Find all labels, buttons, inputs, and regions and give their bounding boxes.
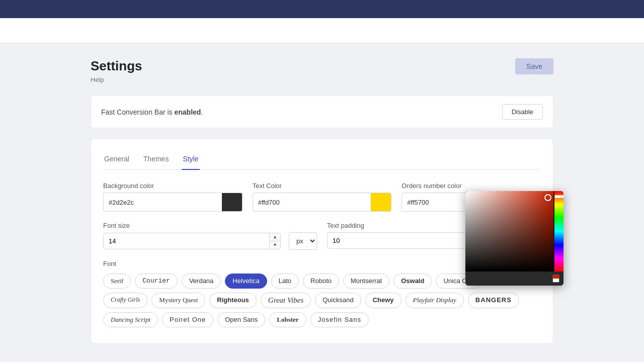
font-chip-courier[interactable]: Courier — [135, 274, 178, 289]
font-chip-serif[interactable]: Serif — [103, 274, 131, 289]
font-row-2: Crafty Girls Mystery Quest Righteous Gre… — [103, 293, 541, 308]
font-size-down[interactable]: ▼ — [270, 241, 280, 249]
spectrum-handle[interactable] — [554, 195, 564, 198]
background-color-swatch[interactable] — [222, 193, 242, 211]
background-color-input-wrap — [103, 193, 243, 212]
font-size-unit-select[interactable]: px — [289, 232, 317, 250]
font-chip-bangers[interactable]: BANGERS — [468, 293, 519, 308]
font-chip-greatvibes[interactable]: Great Vibes — [261, 293, 311, 308]
secondary-bar — [0, 18, 644, 43]
text-color-label: Text Color — [253, 182, 392, 190]
font-chip-montserrat[interactable]: Montserrat — [343, 274, 389, 289]
font-chip-helvetica[interactable]: Helvetica — [225, 274, 267, 289]
font-chip-quicksand[interactable]: Quicksand — [315, 293, 361, 308]
background-color-field: Background color — [103, 182, 243, 212]
color-picker-popup[interactable] — [465, 191, 564, 286]
text-color-swatch[interactable] — [371, 193, 391, 211]
font-chip-poiret[interactable]: Poiret One — [162, 312, 213, 327]
tabs: General Themes Style — [103, 151, 541, 170]
orders-number-color-label: Orders number color — [401, 182, 541, 190]
disable-button[interactable]: Disable — [502, 104, 543, 120]
font-chip-lato[interactable]: Lato — [271, 274, 299, 289]
background-color-input[interactable] — [104, 195, 222, 210]
font-size-up[interactable]: ▲ — [270, 233, 280, 241]
notice-bar: Fast Conversion Bar is enabled. Disable — [91, 96, 553, 128]
font-chip-chewy[interactable]: Chewy — [365, 293, 401, 308]
text-color-input-wrap — [253, 193, 392, 212]
font-size-label: Font size — [103, 222, 317, 229]
tab-themes[interactable]: Themes — [142, 151, 170, 170]
color-gradient[interactable] — [465, 191, 553, 272]
text-color-input[interactable] — [253, 195, 371, 210]
font-chip-lobster[interactable]: Lobster — [269, 312, 306, 327]
font-size-input-group: ▲ ▼ — [103, 233, 281, 249]
text-color-field: Text Color — [253, 182, 392, 212]
font-chip-playfair[interactable]: Playfair Display — [406, 293, 464, 308]
font-chip-oswald[interactable]: Oswald — [393, 274, 432, 289]
font-chip-crafty[interactable]: Crafty Girls — [103, 293, 147, 308]
font-size-spinners: ▲ ▼ — [269, 233, 280, 249]
notice-prefix: Fast Conversion Bar is — [101, 108, 175, 116]
page-title: Settings — [91, 58, 142, 74]
background-color-label: Background color — [103, 182, 243, 190]
font-row-3: Dancing Script Poiret One Open Sans Lobs… — [103, 312, 541, 327]
save-button[interactable]: Save — [515, 58, 553, 74]
font-size-field: Font size ▲ ▼ px — [103, 222, 317, 250]
font-chip-verdana[interactable]: Verdana — [182, 274, 221, 289]
current-color-swatch — [552, 275, 559, 283]
font-chip-righteous[interactable]: Righteous — [209, 293, 257, 308]
tab-general[interactable]: General — [103, 151, 130, 170]
font-chip-dancing[interactable]: Dancing Script — [103, 312, 158, 327]
notice-status: enabled — [175, 108, 201, 116]
font-chip-mystery[interactable]: Mystery Quest — [151, 293, 205, 308]
help-link[interactable]: Help — [91, 76, 142, 83]
picker-bottom-bar — [465, 272, 564, 286]
notice-text: Fast Conversion Bar is enabled. — [101, 108, 203, 116]
font-chip-roboto[interactable]: Roboto — [303, 274, 339, 289]
font-chip-opensans[interactable]: Open Sans — [217, 312, 265, 327]
font-chip-josefin[interactable]: Josefin Sans — [310, 312, 369, 327]
notice-suffix: . — [201, 108, 203, 116]
top-bar — [0, 0, 644, 18]
tab-style[interactable]: Style — [182, 151, 199, 170]
font-size-input[interactable] — [104, 233, 269, 249]
color-spectrum[interactable] — [554, 191, 564, 272]
